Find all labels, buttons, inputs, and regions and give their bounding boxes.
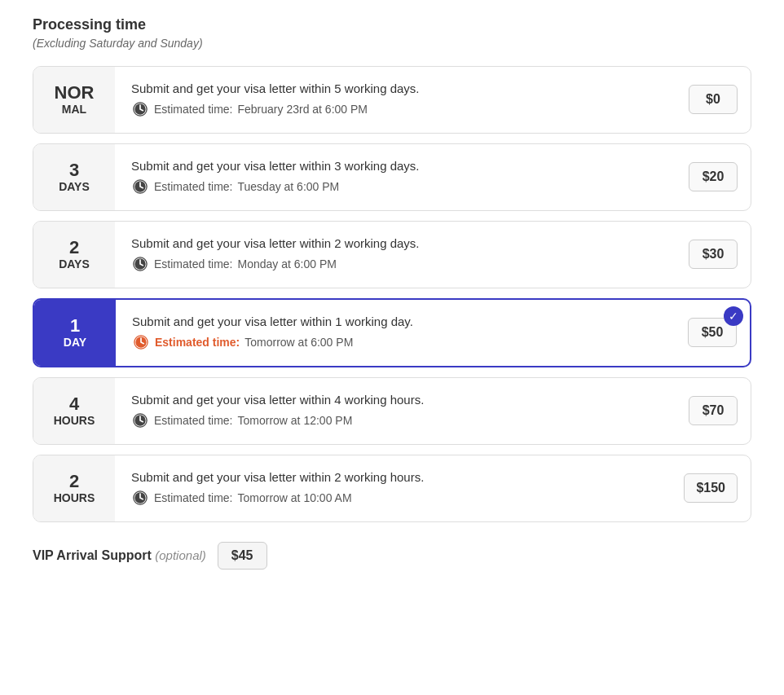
vip-optional: (optional) <box>155 548 206 562</box>
label-number-3days: 3 <box>69 161 79 180</box>
estimate-label-1day: Estimated time: <box>155 336 240 349</box>
option-estimate-1day: Estimated time: Tomorrow at 6:00 PM <box>132 333 658 351</box>
option-content-2days: Submit and get your visa letter within 2… <box>115 225 676 284</box>
section-subtitle: (Excluding Saturday and Sunday) <box>33 37 751 50</box>
clock-icon-1day <box>132 333 150 351</box>
estimate-label-2hours: Estimated time: <box>154 491 232 504</box>
label-unit-3days: DAYS <box>59 180 90 194</box>
estimate-time-1day: Tomorrow at 6:00 PM <box>244 336 353 349</box>
selected-check-1day: ✓ <box>724 306 743 326</box>
vip-section: VIP Arrival Support (optional) $45 <box>33 542 751 570</box>
price-box-3days[interactable]: $20 <box>689 162 738 191</box>
clock-icon-4hours <box>131 411 149 429</box>
estimate-label-2days: Estimated time: <box>154 257 232 271</box>
option-card-2hours[interactable]: 2 HOURS Submit and get your visa letter … <box>33 455 751 522</box>
clock-icon-2hours <box>131 489 149 507</box>
estimate-time-2hours: Tomorrow at 10:00 AM <box>237 491 351 504</box>
label-number-1day: 1 <box>70 316 80 336</box>
label-number-4hours: 4 <box>69 394 79 414</box>
option-main-text-1day: Submit and get your visa letter within 1… <box>132 315 658 328</box>
estimate-time-2days: Monday at 6:00 PM <box>237 257 336 271</box>
option-label-normal: NOR MAL <box>33 67 115 133</box>
price-box-2days[interactable]: $30 <box>689 240 738 269</box>
clock-icon-3days <box>131 178 149 196</box>
option-label-1day: 1 DAY <box>34 300 116 366</box>
option-estimate-normal: Estimated time: February 23rd at 6:00 PM <box>131 100 659 118</box>
label-unit-1day: DAY <box>64 336 86 350</box>
label-unit-4hours: HOURS <box>54 414 95 428</box>
price-box-normal[interactable]: $0 <box>689 85 738 114</box>
estimate-label-3days: Estimated time: <box>154 180 232 193</box>
vip-price-box[interactable]: $45 <box>218 542 267 570</box>
option-label-3days: 3 DAYS <box>33 144 115 210</box>
label-unit-normal: MAL <box>62 103 86 117</box>
option-content-2hours: Submit and get your visa letter within 2… <box>115 459 671 518</box>
option-estimate-4hours: Estimated time: Tomorrow at 12:00 PM <box>131 411 659 429</box>
option-content-normal: Submit and get your visa letter within 5… <box>115 70 676 130</box>
option-price-4hours: $70 <box>676 396 751 425</box>
option-main-text-3days: Submit and get your visa letter within 3… <box>131 159 659 173</box>
clock-icon-2days <box>131 255 149 273</box>
option-card-normal[interactable]: NOR MAL Submit and get your visa letter … <box>33 66 751 134</box>
label-number-2days: 2 <box>69 238 79 257</box>
options-list: NOR MAL Submit and get your visa letter … <box>33 66 751 522</box>
option-card-2days[interactable]: 2 DAYS Submit and get your visa letter w… <box>33 221 751 288</box>
price-box-2hours[interactable]: $150 <box>684 473 738 503</box>
estimate-label-normal: Estimated time: <box>154 103 232 116</box>
option-price-2days: $30 <box>676 240 751 269</box>
label-unit-2days: DAYS <box>59 257 90 271</box>
option-main-text-2days: Submit and get your visa letter within 2… <box>131 236 659 250</box>
option-price-2hours: $150 <box>671 473 751 503</box>
option-estimate-2hours: Estimated time: Tomorrow at 10:00 AM <box>131 489 654 507</box>
option-main-text-4hours: Submit and get your visa letter within 4… <box>131 393 659 407</box>
label-number-normal: NOR <box>55 83 95 103</box>
option-content-3days: Submit and get your visa letter within 3… <box>115 147 676 207</box>
vip-label: VIP Arrival Support (optional) <box>33 548 206 563</box>
option-label-4hours: 4 HOURS <box>33 378 115 444</box>
clock-icon-normal <box>131 100 149 118</box>
option-main-text-normal: Submit and get your visa letter within 5… <box>131 81 659 95</box>
label-number-2hours: 2 <box>69 472 79 491</box>
option-content-4hours: Submit and get your visa letter within 4… <box>115 381 676 441</box>
estimate-label-4hours: Estimated time: <box>154 414 232 427</box>
option-content-1day: Submit and get your visa letter within 1… <box>116 303 675 363</box>
option-main-text-2hours: Submit and get your visa letter within 2… <box>131 470 654 484</box>
estimate-time-3days: Tuesday at 6:00 PM <box>237 180 339 193</box>
option-estimate-2days: Estimated time: Monday at 6:00 PM <box>131 255 659 273</box>
option-estimate-3days: Estimated time: Tuesday at 6:00 PM <box>131 178 659 196</box>
price-box-4hours[interactable]: $70 <box>689 396 738 425</box>
label-unit-2hours: HOURS <box>54 491 95 505</box>
option-card-1day[interactable]: 1 DAY Submit and get your visa letter wi… <box>33 298 751 367</box>
option-label-2days: 2 DAYS <box>33 222 115 288</box>
option-card-4hours[interactable]: 4 HOURS Submit and get your visa letter … <box>33 377 751 445</box>
option-price-3days: $20 <box>676 162 751 191</box>
option-card-3days[interactable]: 3 DAYS Submit and get your visa letter w… <box>33 143 751 211</box>
estimate-time-normal: February 23rd at 6:00 PM <box>237 103 368 116</box>
section-title: Processing time <box>33 16 751 33</box>
estimate-time-4hours: Tomorrow at 12:00 PM <box>237 414 352 427</box>
option-label-2hours: 2 HOURS <box>33 455 115 521</box>
option-price-normal: $0 <box>676 85 751 114</box>
